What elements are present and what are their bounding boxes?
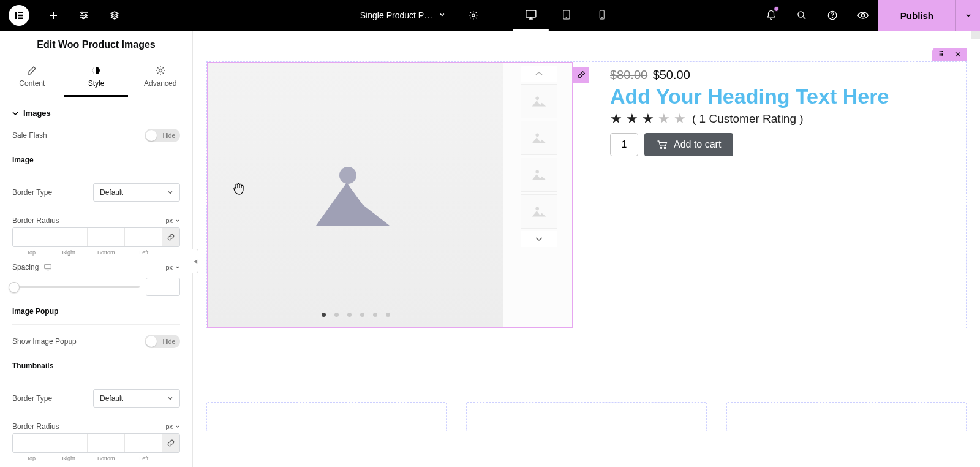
doc-title[interactable]: Single Product P… [360,10,432,20]
thumb-border-radius-unit[interactable]: px [165,423,180,430]
show-popup-toggle[interactable]: Hide [145,335,180,348]
device-desktop[interactable] [513,0,549,31]
svg-point-6 [83,17,85,19]
thumb[interactable] [521,194,557,229]
thumb-radius-left[interactable] [125,434,162,452]
sale-flash-toggle[interactable]: Hide [145,129,180,142]
svg-point-28 [664,147,665,148]
svg-point-15 [832,17,832,18]
notifications-icon[interactable] [756,0,786,31]
section-images[interactable]: Images [12,97,180,121]
svg-point-27 [660,147,662,148]
product-heading[interactable]: Add Your Heading Text Here [610,85,954,108]
gear-icon[interactable] [458,0,489,31]
main-image[interactable] [208,63,503,327]
add-to-cart-button[interactable]: Add to cart [644,133,733,156]
settings-sliders-icon[interactable] [69,0,99,31]
thumb-border-type-select[interactable]: Default [93,389,180,408]
publish-button[interactable]: Publish [878,0,956,31]
image-subhead: Image [12,150,180,170]
add-icon[interactable] [38,0,69,31]
link-values-icon[interactable] [162,228,179,246]
svg-rect-1 [18,12,23,13]
tab-content[interactable]: Content [0,59,64,97]
dot[interactable] [373,313,377,317]
device-tablet[interactable] [549,0,584,31]
cart-row: Add to cart [610,133,954,156]
thumb[interactable] [521,158,557,192]
tab-style[interactable]: Style [64,59,129,97]
star-icon: ★ [626,111,638,127]
canvas[interactable]: ⠿ ✕ [193,31,980,467]
row-thumb-border-type: Border Type Default [12,382,180,415]
svg-rect-19 [45,264,51,268]
thumb[interactable] [521,121,557,155]
thumb-border-radius-quad [12,433,180,453]
dot[interactable] [360,313,364,317]
device-mobile[interactable] [584,0,620,31]
dot[interactable] [386,313,390,317]
elementor-logo[interactable] [9,5,29,26]
thumb-radius-bottom[interactable] [88,434,125,452]
preview-icon[interactable] [848,0,878,31]
svg-point-5 [85,15,87,17]
thumb-radius-right[interactable] [50,434,88,452]
svg-point-12 [602,17,603,18]
panel-body: Images Sale Flash Hide Image Border Type… [0,97,192,467]
radius-right[interactable] [50,228,88,246]
radius-top[interactable] [13,228,50,246]
spacing-slider[interactable] [12,286,140,288]
dot[interactable] [334,313,339,317]
svg-point-22 [339,167,356,184]
notification-dot [774,6,779,12]
rating-row: ★ ★ ★ ★ ★ ( 1 Customer Rating ) [610,111,954,127]
svg-point-16 [861,14,864,17]
thumb-radius-top[interactable] [13,434,50,452]
border-type-select[interactable]: Default [93,183,180,202]
device-tabs [513,0,620,31]
svg-rect-3 [18,18,23,20]
row-spacing: Spacing px [12,256,180,273]
slide-dots[interactable] [322,313,390,317]
svg-point-18 [159,69,162,72]
thumb-next[interactable] [521,231,557,247]
help-icon[interactable] [817,0,848,31]
chevron-down-icon[interactable] [439,10,446,21]
topbar-center: Single Product P… [360,0,620,31]
tab-advanced-label: Advanced [144,79,176,88]
widget-drag-icon[interactable]: ⠿ [932,48,949,61]
spacing-input[interactable] [146,278,180,296]
card-placeholder[interactable] [466,402,706,431]
popup-subhead: Image Popup [12,301,180,322]
tab-advanced[interactable]: Advanced [128,59,192,97]
responsive-icon[interactable] [43,264,52,271]
workspace: Edit Woo Product Images Content Style Ad… [0,31,980,467]
panel-tabs: Content Style Advanced [0,59,192,97]
qty-input[interactable] [610,133,638,156]
dot[interactable] [322,313,326,317]
star-icon: ★ [658,111,670,127]
thumb-prev[interactable] [521,66,557,82]
border-radius-label: Border Radius [12,216,59,225]
spacing-unit[interactable]: px [165,264,180,271]
search-icon[interactable] [786,0,817,31]
panel-title: Edit Woo Product Images [0,31,192,59]
widget-close-icon[interactable]: ✕ [949,48,967,61]
card-placeholder[interactable] [726,402,967,431]
publish-caret[interactable] [956,0,980,31]
dot[interactable] [347,313,352,317]
svg-point-25 [535,170,539,174]
card-placeholder[interactable] [206,402,447,431]
border-radius-unit[interactable]: px [165,217,180,224]
section-outline[interactable]: $80.00 $50.00 Add Your Heading Text Here… [206,61,967,328]
thumb[interactable] [521,84,557,118]
radius-left[interactable] [125,228,162,246]
layers-icon[interactable] [99,0,130,31]
radius-bottom[interactable] [88,228,125,246]
svg-point-10 [567,17,567,18]
tab-content-label: Content [19,79,45,88]
widget-edit-icon[interactable] [573,67,589,83]
product-gallery[interactable] [207,62,573,328]
thumb-link-values-icon[interactable] [162,434,179,452]
panel-collapse-handle[interactable]: ◀ [192,249,198,273]
